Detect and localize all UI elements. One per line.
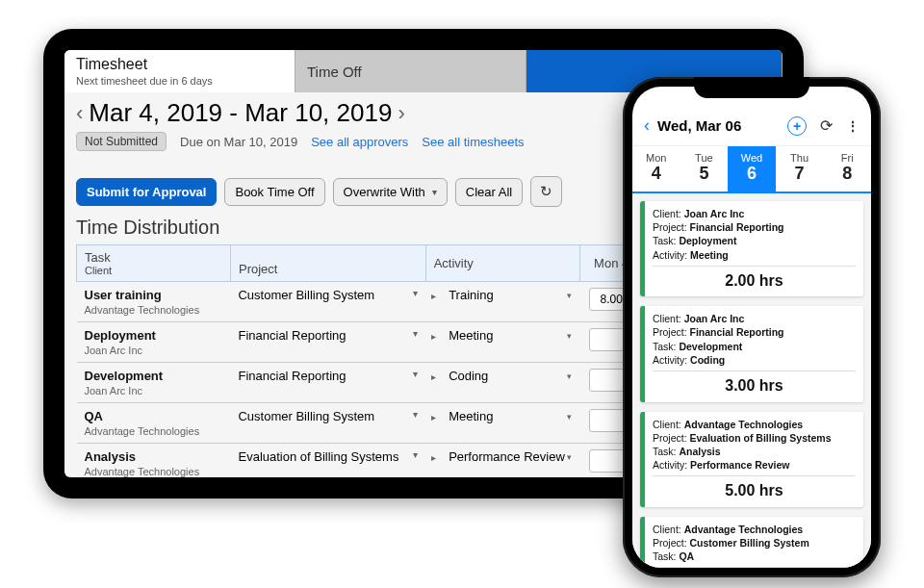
- refresh-button[interactable]: [530, 176, 562, 207]
- chevron-down-icon: ▾: [567, 331, 572, 341]
- tab-timesheet-subtitle: Next timesheet due in 6 days: [76, 75, 283, 87]
- see-timesheets-link[interactable]: See all timesheets: [422, 135, 524, 149]
- project-cell[interactable]: Evaluation of Billing Systems ▾: [230, 444, 425, 478]
- phone-device: ‹ Wed, Mar 06 + ⟳ ⋮ Mon4Tue5Wed6Thu7Fri8…: [623, 77, 881, 577]
- chevron-down-icon: ▾: [567, 291, 572, 300]
- activity-cell[interactable]: ▸ Coding ▾: [425, 363, 579, 403]
- phone-notch: [694, 77, 809, 98]
- time-entry-card[interactable]: Client: Advantage Technologies Project: …: [640, 412, 863, 507]
- chevron-down-icon: ▾: [567, 371, 572, 381]
- tab-timesheet[interactable]: Timesheet Next timesheet due in 6 days: [64, 50, 295, 92]
- weekday-thu[interactable]: Thu7: [776, 146, 824, 192]
- project-cell[interactable]: Customer Billing System ▾: [230, 282, 425, 322]
- task-cell[interactable]: QA Advantage Technologies: [77, 403, 231, 444]
- status-badge: Not Submitted: [76, 132, 167, 151]
- more-icon[interactable]: ⋮: [846, 118, 860, 134]
- expand-icon: ▸: [431, 331, 436, 342]
- col-task: Task Client: [77, 245, 231, 282]
- project-cell[interactable]: Customer Billing System ▾: [230, 403, 425, 444]
- phone-date: Wed, Mar 06: [657, 117, 782, 134]
- expand-icon: ▸: [431, 371, 436, 382]
- expand-icon: ▸: [431, 291, 436, 301]
- activity-cell[interactable]: ▸ Training ▾: [425, 282, 579, 322]
- entries-list: Client: Joan Arc Inc Project: Financial …: [632, 193, 871, 568]
- week-selector: Mon4Tue5Wed6Thu7Fri8: [632, 146, 871, 193]
- book-time-off-button[interactable]: Book Time Off: [224, 178, 324, 206]
- tab-timesheet-title: Timesheet: [76, 56, 283, 73]
- weekday-tue[interactable]: Tue5: [680, 146, 729, 192]
- activity-cell[interactable]: ▸ Meeting ▾: [425, 403, 579, 444]
- chevron-down-icon: ▾: [413, 409, 418, 420]
- entry-hours: 3.00 hrs: [653, 371, 856, 398]
- phone-screen: ‹ Wed, Mar 06 + ⟳ ⋮ Mon4Tue5Wed6Thu7Fri8…: [632, 87, 871, 568]
- overwrite-with-button[interactable]: Overwrite With: [333, 178, 448, 206]
- chevron-down-icon: ▾: [567, 452, 572, 462]
- prev-week-chevron-icon[interactable]: ‹: [76, 101, 83, 126]
- expand-icon: ▸: [431, 452, 436, 463]
- back-chevron-icon[interactable]: ‹: [644, 115, 650, 136]
- tab-timeoff[interactable]: Time Off: [295, 50, 526, 92]
- chevron-down-icon: ▾: [567, 412, 572, 422]
- activity-cell[interactable]: ▸ Meeting ▾: [425, 322, 579, 363]
- time-entry-card[interactable]: Client: Joan Arc Inc Project: Financial …: [640, 201, 863, 296]
- task-cell[interactable]: Development Joan Arc Inc: [77, 363, 231, 403]
- chevron-down-icon: ▾: [413, 328, 418, 339]
- task-cell[interactable]: User training Advantage Technologies: [77, 282, 231, 322]
- due-date-text: Due on Mar 10, 2019: [180, 135, 297, 149]
- task-cell[interactable]: Analysis Advantage Technologies: [77, 444, 231, 478]
- time-entry-card[interactable]: Client: Advantage Technologies Project: …: [640, 517, 863, 568]
- add-entry-icon[interactable]: +: [787, 116, 807, 136]
- activity-cell[interactable]: ▸ Performance Review ▾: [425, 444, 579, 478]
- refresh-icon[interactable]: ⟳: [820, 116, 833, 135]
- project-cell[interactable]: Financial Reporting ▾: [230, 322, 425, 363]
- entry-hours: 5.00 hrs: [653, 475, 856, 503]
- clear-all-button[interactable]: Clear All: [455, 178, 523, 206]
- entry-hours: 2.00 hrs: [653, 266, 856, 294]
- col-project: Project: [230, 245, 425, 282]
- chevron-down-icon: ▾: [413, 449, 418, 460]
- weekday-fri[interactable]: Fri8: [823, 146, 871, 192]
- chevron-down-icon: ▾: [413, 288, 418, 298]
- date-range-text: Mar 4, 2019 - Mar 10, 2019: [89, 98, 392, 128]
- time-entry-card[interactable]: Client: Joan Arc Inc Project: Financial …: [640, 306, 863, 401]
- col-activity: Activity: [425, 245, 579, 282]
- chevron-down-icon: ▾: [413, 369, 418, 379]
- tab-timeoff-title: Time Off: [307, 64, 362, 80]
- weekday-wed[interactable]: Wed6: [728, 146, 776, 192]
- expand-icon: ▸: [431, 412, 436, 422]
- see-approvers-link[interactable]: See all approvers: [311, 135, 408, 149]
- next-week-chevron-icon[interactable]: ›: [398, 101, 404, 126]
- submit-approval-button[interactable]: Submit for Approval: [76, 178, 217, 206]
- project-cell[interactable]: Financial Reporting ▾: [230, 363, 425, 403]
- task-cell[interactable]: Deployment Joan Arc Inc: [77, 322, 231, 363]
- weekday-mon[interactable]: Mon4: [632, 146, 680, 192]
